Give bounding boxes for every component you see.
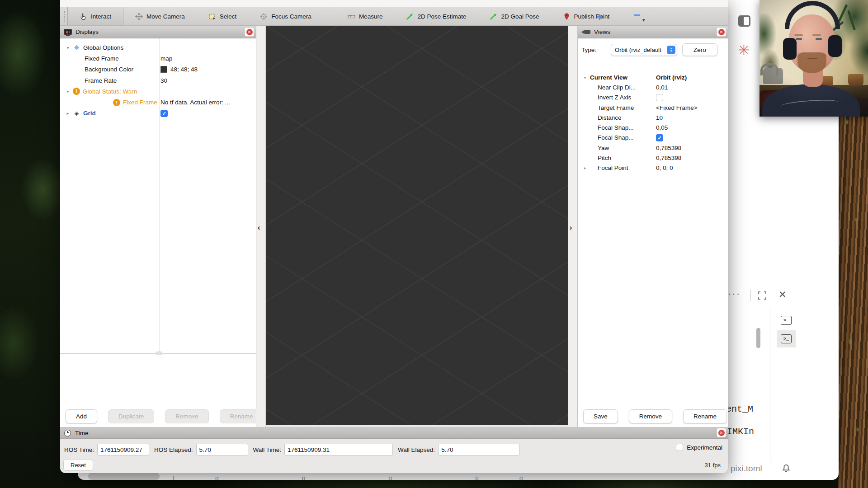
terminal-icon[interactable]: >_ <box>777 312 796 329</box>
tree-row[interactable]: Background Color 48; 48; 48 <box>60 64 256 75</box>
color-swatch[interactable] <box>160 66 167 73</box>
tree-row[interactable]: ▸ Grid <box>60 108 256 119</box>
panel-button[interactable]: Save <box>583 409 618 423</box>
panel-button[interactable]: Duplicate <box>108 409 154 423</box>
row-value[interactable]: 10 <box>656 114 663 121</box>
expander-icon[interactable]: ▾ <box>582 75 588 80</box>
row-value[interactable]: 0,785398 <box>656 155 681 161</box>
view-type-dropdown[interactable]: Orbit (rviz_default <box>611 44 677 56</box>
panel-button[interactable]: Add <box>66 409 97 423</box>
row-value[interactable]: <Fixed Frame> <box>656 104 698 111</box>
time-field-input[interactable]: 1761150909.31 <box>284 444 393 455</box>
toolbar-tool-button[interactable]: Select <box>197 7 249 25</box>
toolbar-tool-button[interactable]: Interact <box>67 7 123 25</box>
tree-row[interactable]: Near Clip Di... 0,01 <box>578 82 728 92</box>
row-value[interactable]: Orbit (rviz) <box>656 74 687 81</box>
ground-grid <box>266 26 568 425</box>
add-tool-button[interactable]: + <box>596 11 603 23</box>
sidebar-toggle-icon[interactable] <box>738 15 750 27</box>
tree-row[interactable]: Pitch 0,785398 <box>578 153 728 163</box>
tree-row[interactable]: ▾ Global Options <box>60 42 256 53</box>
displays-panel-header[interactable]: Displays <box>60 26 256 38</box>
views-panel-header[interactable]: Views <box>578 26 728 38</box>
close-icon[interactable]: ✕ <box>778 289 787 300</box>
experimental-checkbox[interactable] <box>676 444 683 451</box>
tree-row[interactable]: Distance 10 <box>578 113 728 122</box>
row-value[interactable]: No tf data. Actual error: ... <box>160 99 230 106</box>
displays-tree: ▾ Global Options Fixed Frame <box>60 42 256 119</box>
zero-button[interactable]: Zero <box>682 43 717 56</box>
row-value[interactable] <box>656 134 663 141</box>
expander-icon[interactable]: ▸ <box>65 111 71 116</box>
expander-icon[interactable]: ▾ <box>65 45 71 50</box>
toolbar-tool-button[interactable]: Publish Point <box>551 7 622 25</box>
scrollbar-thumb[interactable] <box>756 328 760 348</box>
window-titlebar[interactable] <box>60 0 728 7</box>
row-value[interactable]: map <box>160 55 172 62</box>
toolbar-tool-button[interactable]: 2D Pose Estimate <box>394 7 478 25</box>
tree-row[interactable]: Fixed Frame map <box>60 53 256 64</box>
tree-row[interactable]: ▾ Global Status: Warn <box>60 86 256 97</box>
toolbar-tool-button[interactable]: Focus Camera <box>248 7 323 25</box>
row-checkbox[interactable] <box>656 134 663 141</box>
time-panel-header[interactable]: Time <box>60 427 728 439</box>
views-tree: ▾ Current View Orbit (rviz) Near Clip Di… <box>578 72 728 173</box>
tree-row[interactable]: Frame Rate 30 <box>60 75 256 86</box>
terminal-icon[interactable]: >_ <box>777 330 796 347</box>
toolbar-drag-handle[interactable] <box>64 11 66 22</box>
row-label: Frame Rate <box>85 77 117 84</box>
row-value[interactable]: 48; 48; 48 <box>160 66 198 73</box>
row-value-text: 10 <box>656 114 663 121</box>
close-panel-button[interactable] <box>717 27 726 37</box>
row-checkbox[interactable] <box>656 94 663 101</box>
left-splitter[interactable]: ‹ <box>256 26 266 427</box>
dropdown-stepper-icon[interactable] <box>667 46 675 54</box>
expander-icon[interactable]: ▾ <box>65 89 71 94</box>
filename-label: pixi.toml <box>731 464 762 474</box>
tree-row[interactable]: Fixed Frame No tf data. Actual error: ..… <box>60 97 256 108</box>
toolbar-tool-button[interactable]: 2D Goal Pose <box>478 7 551 25</box>
tool-icon <box>135 13 143 20</box>
row-value[interactable] <box>160 110 171 117</box>
right-splitter[interactable]: › <box>568 26 577 427</box>
row-value[interactable] <box>656 94 663 101</box>
row-value[interactable]: 0,01 <box>656 84 668 91</box>
tree-row[interactable]: Yaw 0,785398 <box>578 143 728 153</box>
more-options-icon[interactable]: ··· <box>728 288 741 299</box>
tree-row[interactable]: ▾ Current View Orbit (rviz) <box>578 72 728 82</box>
row-label: Global Options <box>83 44 123 51</box>
time-field-input[interactable]: 5.70 <box>196 444 248 455</box>
row-value[interactable]: 0,05 <box>656 124 668 131</box>
collapse-right-button[interactable]: › <box>570 224 572 232</box>
time-field-input[interactable]: 5.70 <box>438 444 519 455</box>
bell-icon[interactable] <box>781 464 791 475</box>
chevron-down-icon[interactable]: ▾ <box>642 17 645 23</box>
tool-label: Focus Camera <box>271 13 311 20</box>
remove-tool-button[interactable]: − <box>633 8 640 22</box>
collapse-left-button[interactable]: ‹ <box>258 224 260 232</box>
3d-viewport[interactable] <box>266 26 568 425</box>
panel-button[interactable]: Remove <box>165 409 208 423</box>
row-checkbox[interactable] <box>160 110 168 117</box>
expander-icon[interactable]: ▸ <box>582 165 588 170</box>
tree-row[interactable]: Focal Shap... <box>578 133 728 143</box>
toolbar-tool-button[interactable]: Measure <box>336 7 395 25</box>
time-field-label: ROS Elapsed: <box>154 446 193 453</box>
row-label: Distance <box>598 114 622 121</box>
row-value[interactable]: 0; 0; 0 <box>656 164 673 171</box>
tree-row[interactable]: Target Frame <Fixed Frame> <box>578 103 728 113</box>
toolbar-tool-button[interactable]: Move Camera <box>123 7 197 25</box>
row-value[interactable]: 0,785398 <box>656 145 681 151</box>
maximize-icon[interactable] <box>758 291 767 302</box>
tree-row[interactable]: Focal Shap... 0,05 <box>578 122 728 132</box>
time-field-input[interactable]: 1761150909.27 <box>97 444 149 455</box>
close-panel-button[interactable] <box>245 27 254 37</box>
tree-row[interactable]: ▸ Focal Point 0; 0; 0 <box>578 163 728 173</box>
panel-button[interactable]: Rename <box>683 409 727 423</box>
panel-button[interactable]: Remove <box>629 409 672 423</box>
reset-button[interactable]: Reset <box>63 459 93 471</box>
row-value[interactable]: 30 <box>160 77 167 84</box>
splitter-handle[interactable] <box>156 352 162 355</box>
tree-row[interactable]: Invert Z Axis <box>578 93 728 103</box>
close-panel-button[interactable] <box>717 428 726 437</box>
